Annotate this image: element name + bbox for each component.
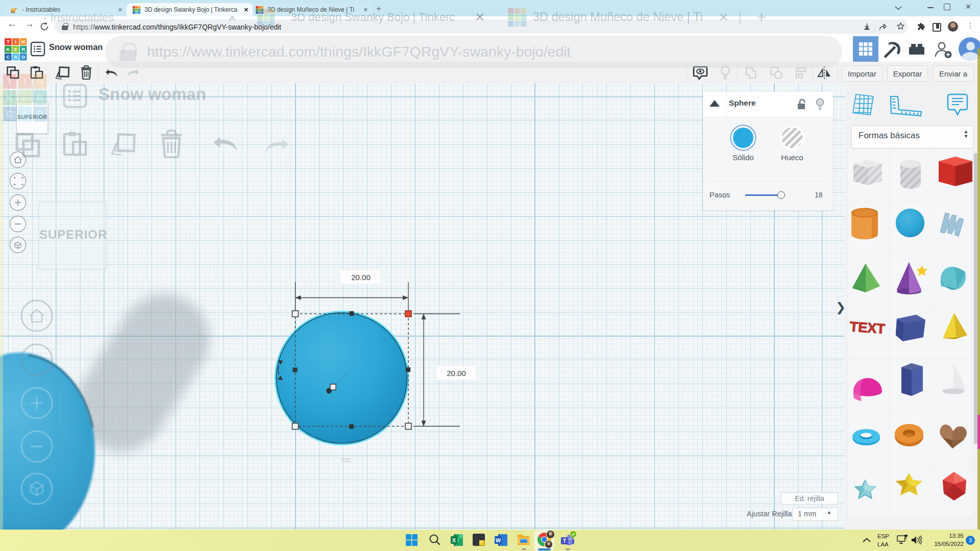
svg-text:20.00: 20.00 [447,369,466,378]
svg-text:R: R [21,46,25,52]
svg-text:K: K [6,46,10,52]
svg-text:E: E [14,46,17,52]
svg-text:20.00: 20.00 [351,273,371,282]
svg-text:D: D [21,54,25,60]
svg-text:TEXT: TEXT [849,319,886,337]
svg-text:T: T [563,538,566,544]
svg-text:N: N [21,39,25,44]
svg-text:I: I [15,39,16,44]
svg-text:W: W [496,537,501,543]
svg-text:A: A [14,54,17,60]
svg-text:C: C [6,54,10,60]
svg-text:X: X [452,537,456,543]
svg-text:T: T [7,39,10,44]
